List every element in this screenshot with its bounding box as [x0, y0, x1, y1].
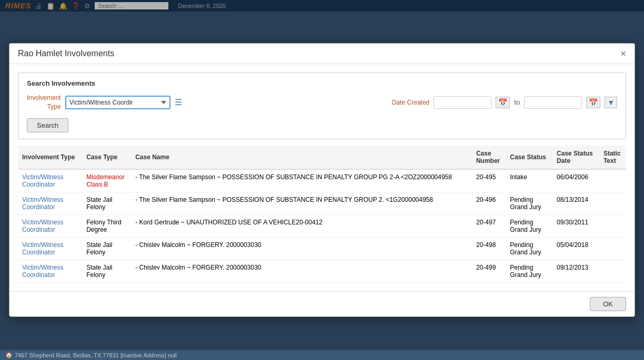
table-row: Victim/WitnessCoordinator State JailFelo… — [18, 260, 626, 283]
cell-involvement-type: Victim/WitnessCoordinator — [18, 169, 82, 192]
cell-case-number: 20-499 — [472, 260, 506, 283]
col-header-static-text: StaticText — [599, 146, 626, 169]
involvement-type-link[interactable]: Victim/WitnessCoordinator — [22, 241, 63, 256]
cell-case-status: PendingGrand Jury — [506, 192, 552, 215]
involvement-type-link[interactable]: Victim/WitnessCoordinator — [22, 173, 63, 188]
cell-case-status-date: 05/04/2018 — [552, 238, 599, 260]
date-to-calendar-button[interactable]: 📅 — [586, 97, 600, 108]
modal-close-button[interactable]: × — [620, 49, 626, 58]
cell-static-text — [599, 192, 626, 215]
date-separator: to — [514, 98, 520, 106]
involvement-type-select[interactable]: Victim/Witness Coordir Defendant Witness… — [65, 96, 170, 109]
table-row: Victim/WitnessCoordinator Felony ThirdDe… — [18, 215, 626, 238]
cell-case-status: PendingGrand Jury — [506, 260, 552, 283]
cell-involvement-type: Victim/WitnessCoordinator — [18, 238, 82, 260]
cell-static-text — [599, 260, 626, 283]
address-text: 7467 Shepherd Road, Bedias, TX 77831 [In… — [15, 352, 177, 358]
date-from-calendar-button[interactable]: 📅 — [496, 97, 510, 108]
involvement-type-link[interactable]: Victim/WitnessCoordinator — [22, 264, 63, 279]
cell-case-status-date: 06/04/2006 — [552, 169, 599, 192]
cell-case-name: - Chislev Malcolm ~ FORGERY. 2000003030 — [131, 238, 472, 260]
table-row: Victim/WitnessCoordinator State JailFelo… — [18, 238, 626, 260]
col-header-case-name: Case Name — [131, 146, 472, 169]
search-button[interactable]: Search — [27, 118, 68, 132]
cell-static-text — [599, 169, 626, 192]
cell-case-name: - Chislev Malcolm ~ FORGERY. 2000003030 — [131, 260, 472, 283]
filter-icon[interactable]: ☰ — [175, 97, 182, 107]
search-button-row: Search — [27, 118, 617, 132]
cell-case-number: 20-497 — [472, 215, 506, 238]
cell-case-number: 20-495 — [472, 169, 506, 192]
results-table-wrapper: Involvement Type Case Type Case Name Cas… — [18, 146, 626, 283]
modal-header: Rao Hamlet Involvements × — [9, 44, 635, 64]
cell-case-number: 20-496 — [472, 192, 506, 215]
cell-case-status-date: 08/13/2014 — [552, 192, 599, 215]
modal-footer: OK — [9, 291, 635, 316]
modal-title: Rao Hamlet Involvements — [18, 49, 114, 58]
cell-case-type: State JailFelony — [82, 192, 131, 215]
cell-case-status: PendingGrand Jury — [506, 238, 552, 260]
table-row: Victim/WitnessCoordinator State JailFelo… — [18, 192, 626, 215]
involvements-modal: Rao Hamlet Involvements × Search Involve… — [9, 43, 635, 317]
date-from-input[interactable] — [434, 96, 491, 109]
modal-body: Search Involvements InvolvementType Vict… — [9, 64, 635, 292]
cell-involvement-type: Victim/WitnessCoordinator — [18, 260, 82, 283]
cell-case-type: MisdemeanorClass B — [82, 169, 131, 192]
involvement-type-link[interactable]: Victim/WitnessCoordinator — [22, 219, 63, 233]
cell-case-name: - The Silver Flame Sampson ~ POSSESSION … — [131, 169, 472, 192]
cell-case-type: Felony ThirdDegree — [82, 215, 131, 238]
cell-case-status-date: 09/12/2013 — [552, 260, 599, 283]
date-to-input[interactable] — [524, 96, 582, 109]
involvement-type-link[interactable]: Victim/WitnessCoordinator — [22, 196, 63, 211]
search-form: InvolvementType Victim/Witness Coordir D… — [27, 94, 617, 111]
date-dropdown-button[interactable]: ▼ — [605, 97, 617, 108]
col-header-case-status-date: Case StatusDate — [552, 146, 599, 169]
cell-involvement-type: Victim/WitnessCoordinator — [18, 192, 82, 215]
cell-case-type: State JailFelony — [82, 238, 131, 260]
cell-case-name: - Kord Gertrude ~ UNAUTHORIZED USE OF A … — [131, 215, 472, 238]
search-section-title: Search Involvements — [27, 79, 617, 87]
involvement-type-group: InvolvementType Victim/Witness Coordir D… — [27, 94, 182, 111]
bottom-address: 🏠 7467 Shepherd Road, Bedias, TX 77831 [… — [5, 352, 177, 358]
cell-case-type: State JailFelony — [82, 260, 131, 283]
bottom-info-bar: 🏠 7467 Shepherd Road, Bedias, TX 77831 [… — [0, 350, 644, 360]
results-table: Involvement Type Case Type Case Name Cas… — [18, 146, 626, 283]
cell-case-name: - The Silver Flame Sampson ~ POSSESSION … — [131, 192, 472, 215]
cell-involvement-type: Victim/WitnessCoordinator — [18, 215, 82, 238]
ok-button[interactable]: OK — [590, 297, 626, 311]
cell-static-text — [599, 215, 626, 238]
cell-case-status: PendingGrand Jury — [506, 215, 552, 238]
search-section: Search Involvements InvolvementType Vict… — [18, 73, 626, 140]
col-header-case-status: Case Status — [506, 146, 552, 169]
modal-overlay: Rao Hamlet Involvements × Search Involve… — [0, 0, 644, 360]
date-created-group: Date Created 📅 to 📅 ▼ — [392, 96, 617, 109]
cell-static-text — [599, 238, 626, 260]
date-created-label: Date Created — [392, 99, 429, 106]
table-row: Victim/WitnessCoordinator MisdemeanorCla… — [18, 169, 626, 192]
home-icon: 🏠 — [5, 352, 13, 358]
cell-case-status-date: 09/30/2011 — [552, 215, 599, 238]
cell-case-status: Intake — [506, 169, 552, 192]
table-header-row: Involvement Type Case Type Case Name Cas… — [18, 146, 626, 169]
col-header-case-type: Case Type — [82, 146, 131, 169]
involvement-type-label: InvolvementType — [27, 94, 61, 111]
col-header-case-number: CaseNumber — [472, 146, 506, 169]
cell-case-number: 20-498 — [472, 238, 506, 260]
col-header-involvement-type: Involvement Type — [18, 146, 82, 169]
